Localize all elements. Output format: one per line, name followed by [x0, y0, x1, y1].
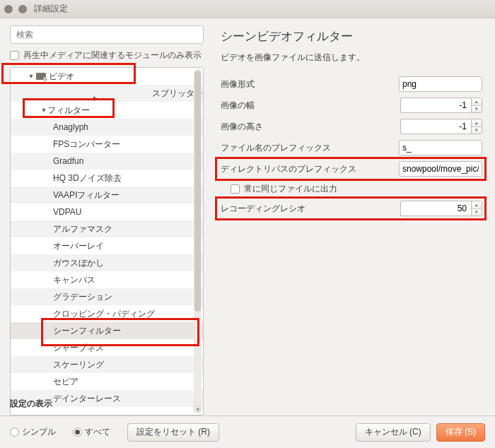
tree-item-filter-child[interactable]: スケーリング [11, 356, 203, 373]
image-format-label: 画像形式 [221, 78, 399, 90]
row-filename-prefix: ファイル名のプレフィックス [221, 137, 482, 158]
tree-item-label: ビデオ [49, 71, 74, 83]
row-always-same-file[interactable]: 常に同じファイルに出力 [231, 179, 482, 198]
tree-item-filter-child[interactable]: オーバーレイ [11, 237, 203, 254]
tree-item-filter-child[interactable]: シャープネス [11, 339, 203, 356]
left-panel: 再生中メディアに関連するモジュールのみ表示 ビデオスプリッターフィルターAnag… [0, 18, 209, 415]
radio-all[interactable]: すべて [73, 426, 110, 438]
image-format-input[interactable] [399, 76, 482, 92]
row-dir-prefix: ディレクトリパスのプレフィックス [221, 158, 482, 179]
tree-item-label: ガウスぼかし [53, 257, 104, 269]
tree-item-splitter[interactable]: スプリッター [11, 85, 203, 102]
recording-ratio-input[interactable] [400, 201, 471, 216]
tree-item-label: デインターレース [53, 393, 121, 405]
tree-item-label: VDPAU [53, 207, 81, 217]
recording-ratio-label: レコーディングレシオ [221, 203, 400, 215]
radio-icon[interactable] [10, 428, 19, 437]
image-height-stepper[interactable]: ▴ ▾ [471, 119, 482, 134]
spin-up-icon[interactable]: ▴ [472, 119, 482, 126]
save-button[interactable]: 保存 (S) [436, 423, 485, 442]
scrollbar[interactable]: ▾ [194, 69, 202, 413]
spin-down-icon[interactable]: ▾ [472, 208, 482, 216]
checkbox-icon[interactable] [231, 184, 240, 194]
tree-item-label: アルファマスク [53, 223, 112, 235]
tree-item-label: グラデーション [53, 291, 112, 303]
tree-item-label: Gradfun [53, 156, 83, 166]
row-image-width: 画像の幅 ▴ ▾ [221, 95, 482, 116]
tree-item-filter-child[interactable]: アルファマスク [11, 220, 203, 237]
spin-up-icon[interactable]: ▴ [472, 201, 482, 208]
image-height-input[interactable] [400, 119, 471, 134]
tree-item-label: VAAPIフィルター [53, 189, 120, 201]
tree-item-label: HQ 3Dノイズ除去 [53, 172, 122, 184]
tree-item-label: シャープネス [53, 342, 104, 354]
tree-item-filter-child[interactable]: クロッピング・パディング [11, 305, 203, 322]
tree-item-label: シーンフィルター [53, 325, 121, 337]
bottom-bar: シンプル すべて 設定をリセット (R) キャンセル (C) 保存 (S) [0, 415, 495, 448]
only-playing-modules-checkbox-row[interactable]: 再生中メディアに関連するモジュールのみ表示 [10, 49, 204, 61]
radio-all-label: すべて [85, 426, 110, 438]
only-playing-modules-label: 再生中メディアに関連するモジュールのみ表示 [23, 49, 202, 61]
spin-up-icon[interactable]: ▴ [472, 98, 482, 105]
image-height-label: 画像の高さ [221, 121, 400, 133]
tree-item-label: FPSコンバーター [53, 138, 120, 151]
reset-button[interactable]: 設定をリセット (R) [127, 423, 219, 442]
display-settings-label: 設定の表示 [10, 398, 52, 410]
tree-item-label: Anaglyph [53, 122, 88, 132]
tree-item-filter-child[interactable]: グラデーション [11, 288, 203, 305]
spin-down-icon[interactable]: ▾ [472, 105, 482, 113]
radio-icon[interactable] [73, 428, 82, 437]
tree-item-filter-child[interactable]: キャンバス [11, 271, 203, 288]
tree-item-label: フィルター [47, 105, 90, 117]
dir-prefix-label: ディレクトリパスのプレフィックス [221, 163, 399, 175]
filename-prefix-label: ファイル名のプレフィックス [221, 142, 399, 154]
row-image-height: 画像の高さ ▴ ▾ [221, 116, 482, 137]
tree-item-filter-child[interactable]: シーンフィルター [11, 322, 203, 339]
tree-item-filter[interactable]: フィルター [11, 102, 203, 119]
tree-item-filter-child[interactable]: VDPAU [11, 204, 203, 220]
page-description: ビデオを画像ファイルに送信します。 [221, 52, 482, 64]
tree-item-label: スケーリング [53, 359, 104, 371]
tree-item-label: オーバーレイ [53, 240, 104, 252]
radio-simple-label: シンプル [22, 426, 56, 438]
category-tree[interactable]: ビデオスプリッターフィルターAnaglyphFPSコンバーターGradfunHQ… [10, 67, 204, 415]
tree-item-filter-child[interactable]: Gradfun [11, 153, 203, 170]
radio-simple[interactable]: シンプル [10, 426, 56, 438]
image-width-label: 画像の幅 [221, 100, 400, 112]
checkbox-icon[interactable] [10, 51, 19, 60]
scroll-down-icon[interactable]: ▾ [194, 405, 202, 413]
scrollbar-thumb[interactable] [194, 71, 201, 312]
tree-item-filter-child[interactable]: HQ 3Dノイズ除去 [11, 170, 203, 187]
window-title: 詳細設定 [34, 3, 68, 15]
row-recording-ratio: レコーディングレシオ ▴ ▾ [221, 198, 482, 219]
row-image-format: 画像形式 [221, 73, 482, 95]
close-icon[interactable] [4, 5, 13, 13]
tree-item-label: セピア [53, 376, 78, 388]
image-width-input[interactable] [400, 98, 471, 113]
tree-item-filter-child[interactable]: Anaglyph [11, 119, 203, 136]
titlebar: 詳細設定 [0, 0, 495, 18]
tree-item-filter-child[interactable]: FPSコンバーター [11, 136, 203, 153]
minimize-icon[interactable] [18, 5, 27, 13]
dir-prefix-input[interactable] [399, 161, 482, 177]
always-same-file-label: 常に同じファイルに出力 [244, 183, 337, 195]
page-title: シーンビデオフィルター [221, 28, 482, 45]
recording-ratio-stepper[interactable]: ▴ ▾ [471, 201, 482, 216]
tree-item-filter-child[interactable]: VAAPIフィルター [11, 187, 203, 204]
cancel-button[interactable]: キャンセル (C) [356, 423, 431, 442]
tree-item-filter-child[interactable]: ガウスぼかし [11, 254, 203, 271]
tree-item-video[interactable]: ビデオ [11, 68, 203, 85]
spin-down-icon[interactable]: ▾ [472, 126, 482, 134]
tree-item-label: クロッピング・パディング [53, 308, 155, 320]
search-input[interactable] [15, 29, 199, 40]
search-input-wrap[interactable] [10, 25, 204, 44]
right-panel: シーンビデオフィルター ビデオを画像ファイルに送信します。 画像形式 画像の幅 … [209, 18, 495, 415]
image-width-stepper[interactable]: ▴ ▾ [471, 98, 482, 113]
tree-item-label: キャンバス [53, 274, 95, 286]
tree-item-filter-child[interactable]: セピア [11, 373, 203, 390]
filename-prefix-input[interactable] [399, 140, 482, 155]
